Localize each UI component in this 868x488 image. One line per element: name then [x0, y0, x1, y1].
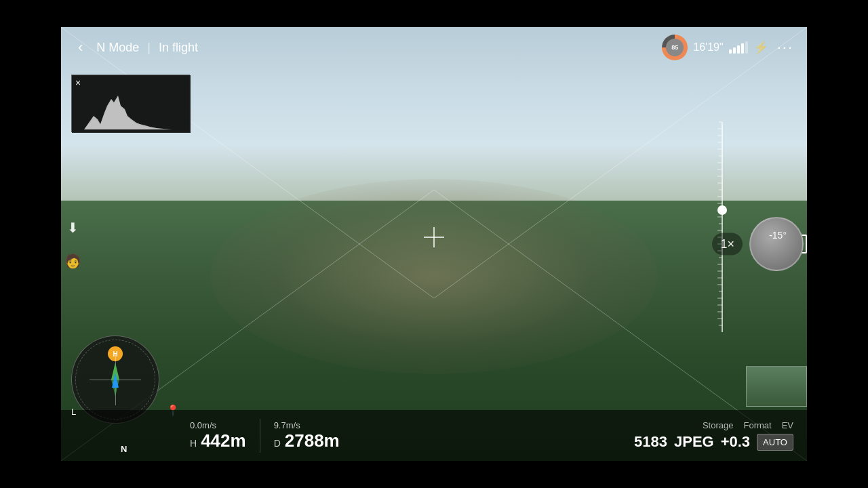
- storage-row: Storage Format EV: [703, 420, 793, 430]
- dial-control[interactable]: [749, 217, 804, 271]
- altitude-label: H: [190, 438, 197, 449]
- altitude-row: 0.0m/s: [190, 420, 246, 430]
- left-sidebar: ⬇ 🧑: [61, 216, 85, 272]
- download-icon[interactable]: ⬇: [64, 216, 82, 239]
- flight-status: In flight: [159, 41, 198, 55]
- altitude-value-row: H 442m: [190, 430, 246, 451]
- main-view: ‹ N Mode | In flight 85 16'19" ⚡ ···: [61, 27, 807, 461]
- histogram-panel: ×: [71, 75, 190, 132]
- storage-value: 5183: [634, 433, 667, 451]
- separator: |: [147, 41, 151, 55]
- altitude-value: 442m: [201, 430, 246, 451]
- header-right: 85 16'19" ⚡ ···: [662, 35, 797, 60]
- time-display: 16'19": [693, 41, 723, 54]
- format-label: Format: [743, 420, 771, 430]
- histogram-close-button[interactable]: ×: [75, 77, 81, 88]
- battery-percent: 85: [666, 39, 684, 56]
- battery-indicator: 85: [662, 35, 688, 60]
- header: ‹ N Mode | In flight 85 16'19" ⚡ ···: [61, 27, 807, 68]
- wifi-icon: ⚡: [753, 40, 768, 55]
- format-value: JPEG: [674, 433, 714, 451]
- mode-label: N Mode: [96, 41, 139, 55]
- back-button[interactable]: ‹: [71, 35, 90, 60]
- north-label: N: [121, 444, 127, 454]
- zoom-indicator[interactable]: 1×: [712, 233, 743, 256]
- flight-stats-right-section: 9.7m/s D 2788m: [274, 420, 340, 451]
- bottom-bar-right: Storage Format EV 5183 JPEG +0.3 AUTO: [634, 420, 793, 451]
- scale-angle-label: -15°: [769, 230, 787, 241]
- distance-row: 9.7m/s: [274, 420, 340, 430]
- stats-separator: [260, 419, 260, 453]
- thumbnail-preview[interactable]: [746, 366, 807, 407]
- auto-button[interactable]: AUTO: [757, 434, 793, 451]
- l-label: L: [71, 407, 76, 417]
- thumbnail-image: [747, 367, 806, 406]
- person-icon[interactable]: 🧑: [61, 249, 85, 272]
- arrow-blue: [112, 373, 119, 388]
- flight-stats-left: 0.0m/s H 442m: [190, 420, 246, 451]
- more-button[interactable]: ···: [774, 35, 797, 60]
- speed-small: 0.0m/s: [190, 420, 216, 430]
- town-overlay: [210, 179, 658, 374]
- bottom-right-buttons: 5183 JPEG +0.3 AUTO: [634, 433, 793, 451]
- ev-label: EV: [782, 420, 793, 430]
- histogram-chart: [72, 75, 191, 133]
- distance-value: 2788m: [285, 430, 340, 451]
- wind-small: 9.7m/s: [274, 420, 300, 430]
- distance-label: D: [274, 438, 281, 449]
- app-container: ‹ N Mode | In flight 85 16'19" ⚡ ···: [0, 0, 868, 488]
- ev-value: +0.3: [721, 433, 750, 451]
- signal-icon: [729, 41, 748, 54]
- distance-value-row: D 2788m: [274, 430, 340, 451]
- storage-label: Storage: [703, 420, 734, 430]
- compass-arrow: [112, 373, 119, 386]
- bottom-bar: 0.0m/s H 442m 9.7m/s D 2788m Stor: [61, 410, 807, 461]
